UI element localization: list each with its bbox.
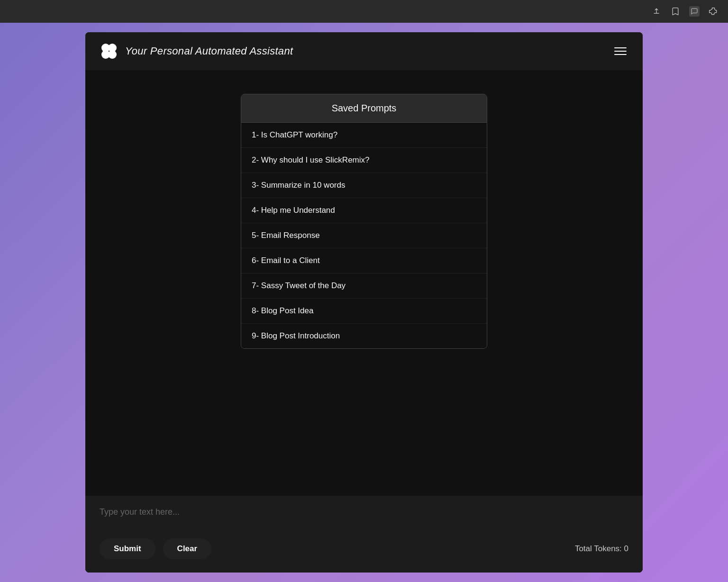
chat-icon[interactable]: [689, 6, 700, 17]
hamburger-menu-button[interactable]: [612, 45, 628, 57]
app-header: Your Personal Automated Assistant: [85, 32, 643, 70]
main-content: Saved Prompts 1- Is ChatGPT working? 2- …: [85, 70, 643, 496]
svg-point-3: [108, 50, 117, 59]
list-item[interactable]: 3- Summarize in 10 words: [241, 173, 487, 198]
app-container: Your Personal Automated Assistant Saved …: [85, 32, 643, 573]
list-item[interactable]: 4- Help me Understand: [241, 198, 487, 223]
list-item[interactable]: 2- Why should I use SlickRemix?: [241, 148, 487, 173]
app-footer: Submit Clear Total Tokens: 0: [85, 496, 643, 573]
logo-icon: [100, 42, 118, 61]
footer-buttons: Submit Clear: [100, 538, 211, 559]
list-item[interactable]: 1- Is ChatGPT working?: [241, 123, 487, 148]
saved-prompts-panel: Saved Prompts 1- Is ChatGPT working? 2- …: [241, 94, 487, 349]
token-count: Total Tokens: 0: [575, 544, 628, 554]
footer-actions: Submit Clear Total Tokens: 0: [100, 538, 628, 559]
list-item[interactable]: 9- Blog Post Introduction: [241, 324, 487, 348]
share-icon[interactable]: [651, 6, 662, 17]
saved-prompts-title: Saved Prompts: [332, 103, 397, 113]
text-input[interactable]: [100, 507, 628, 527]
saved-prompts-header: Saved Prompts: [241, 94, 487, 123]
saved-prompts-list: 1- Is ChatGPT working? 2- Why should I u…: [241, 123, 487, 348]
list-item[interactable]: 8- Blog Post Idea: [241, 299, 487, 324]
submit-button[interactable]: Submit: [100, 538, 155, 559]
list-item[interactable]: 6- Email to a Client: [241, 248, 487, 273]
clear-button[interactable]: Clear: [163, 538, 212, 559]
browser-toolbar: [0, 0, 728, 23]
app-title: Your Personal Automated Assistant: [125, 45, 293, 57]
bookmark-icon[interactable]: [670, 6, 681, 17]
list-item[interactable]: 5- Email Response: [241, 223, 487, 248]
list-item[interactable]: 7- Sassy Tweet of the Day: [241, 273, 487, 299]
header-left: Your Personal Automated Assistant: [100, 42, 293, 61]
puzzle-icon[interactable]: [708, 6, 719, 17]
